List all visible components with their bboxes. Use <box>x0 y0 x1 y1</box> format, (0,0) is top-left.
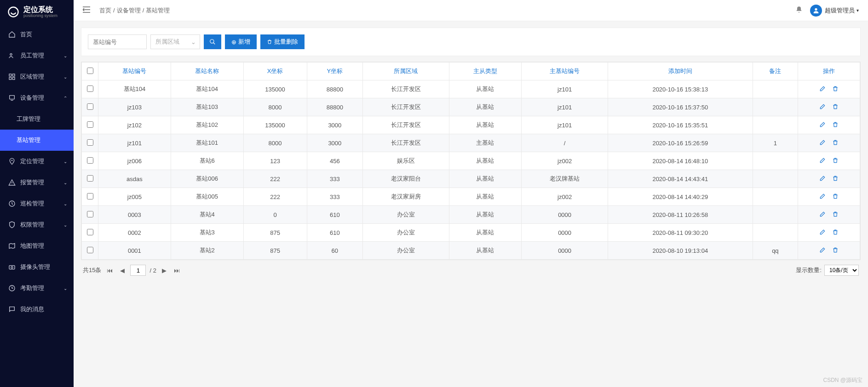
nav-item-摄像头管理[interactable]: 摄像头管理 <box>0 256 74 278</box>
row-checkbox[interactable] <box>87 121 93 128</box>
nav-label: 区域管理 <box>20 73 44 81</box>
nav-label: 巡检管理 <box>20 199 44 208</box>
page-input[interactable] <box>130 265 146 276</box>
brand-name: 定位系统 <box>23 6 57 13</box>
cell-remark: 1 <box>753 134 798 152</box>
delete-button[interactable] <box>832 211 839 219</box>
edit-button[interactable] <box>819 247 826 255</box>
breadcrumb-item[interactable]: 首页 <box>99 6 111 15</box>
area-select[interactable]: 所属区域 <box>150 34 200 49</box>
edit-button[interactable] <box>819 121 826 129</box>
search-button[interactable] <box>204 34 221 49</box>
trash-icon <box>832 85 839 92</box>
next-page-button[interactable]: ▶ <box>160 266 168 275</box>
col-header[interactable]: 主基站编号 <box>522 63 608 80</box>
col-header[interactable]: X坐标 <box>243 63 307 80</box>
nav-item-报警管理[interactable]: 报警管理⌄ <box>0 172 74 193</box>
search-input[interactable] <box>88 34 147 49</box>
nav-item-基站管理[interactable]: 基站管理 <box>0 130 74 151</box>
user-menu[interactable]: 超级管理员 ▾ <box>810 5 859 17</box>
nav-item-权限管理[interactable]: 权限管理⌄ <box>0 214 74 235</box>
cell-x: 135000 <box>243 116 307 134</box>
notifications-button[interactable] <box>795 6 803 15</box>
edit-button[interactable] <box>819 85 826 93</box>
svg-point-0 <box>9 7 18 17</box>
col-header[interactable]: 所属区域 <box>363 63 449 80</box>
nav-item-定位管理[interactable]: 定位管理⌄ <box>0 151 74 172</box>
edit-button[interactable] <box>819 175 826 183</box>
row-checkbox[interactable] <box>87 85 93 92</box>
nav-label: 报警管理 <box>20 178 44 187</box>
breadcrumb-item[interactable]: 设备管理 <box>117 6 141 15</box>
row-checkbox[interactable] <box>87 175 93 182</box>
add-button[interactable]: ⊕ 新增 <box>225 34 257 49</box>
edit-button[interactable] <box>819 211 826 219</box>
bell-icon <box>795 6 803 13</box>
nav-item-考勤管理[interactable]: 考勤管理⌄ <box>0 278 74 299</box>
col-header[interactable]: Y坐标 <box>307 63 363 80</box>
col-header[interactable]: 基站名称 <box>171 63 243 80</box>
edit-icon <box>819 157 826 164</box>
col-header[interactable]: 基站编号 <box>98 63 171 80</box>
cell-y: 3000 <box>307 116 363 134</box>
delete-button[interactable] <box>832 103 839 111</box>
edit-icon <box>819 85 826 92</box>
edit-button[interactable] <box>819 139 826 147</box>
cell-master: 0000 <box>522 242 608 260</box>
row-checkbox[interactable] <box>87 193 93 199</box>
delete-button[interactable] <box>832 175 839 183</box>
row-checkbox[interactable] <box>87 139 93 146</box>
cell-remark <box>753 188 798 206</box>
col-header[interactable]: 操作 <box>798 63 860 80</box>
select-all-checkbox[interactable] <box>87 68 93 74</box>
svg-rect-2 <box>9 74 11 76</box>
col-header[interactable]: 添加时间 <box>608 63 753 80</box>
breadcrumb-sep: / <box>113 7 115 14</box>
batch-delete-button[interactable]: 批量删除 <box>260 34 305 49</box>
edit-button[interactable] <box>819 229 826 237</box>
delete-button[interactable] <box>832 193 839 201</box>
trash-icon <box>832 175 839 182</box>
delete-button[interactable] <box>832 85 839 93</box>
row-checkbox[interactable] <box>87 229 93 235</box>
nav-item-员工管理[interactable]: 员工管理⌄ <box>0 45 74 66</box>
nav-item-我的消息[interactable]: 我的消息 <box>0 299 74 320</box>
row-checkbox[interactable] <box>87 103 93 110</box>
breadcrumb-item[interactable]: 基站管理 <box>146 6 170 15</box>
first-page-button[interactable]: ⏮ <box>105 266 115 275</box>
edit-button[interactable] <box>819 193 826 201</box>
edit-button[interactable] <box>819 103 826 111</box>
delete-button[interactable] <box>832 157 839 165</box>
nav-item-巡检管理[interactable]: 巡检管理⌄ <box>0 193 74 214</box>
delete-button[interactable] <box>832 247 839 255</box>
cell-area: 长江开发区 <box>363 116 449 134</box>
pin-icon <box>8 158 16 165</box>
last-page-button[interactable]: ⏭ <box>172 266 182 275</box>
nav-item-设备管理[interactable]: 设备管理⌃ <box>0 87 74 108</box>
cell-name: 基站101 <box>171 134 243 152</box>
row-checkbox[interactable] <box>87 247 93 253</box>
delete-button[interactable] <box>832 121 839 129</box>
row-checkbox[interactable] <box>87 211 93 217</box>
nav-item-区域管理[interactable]: 区域管理⌄ <box>0 66 74 87</box>
nav-item-地图管理[interactable]: 地图管理 <box>0 235 74 256</box>
delete-button[interactable] <box>832 229 839 237</box>
edit-button[interactable] <box>819 157 826 165</box>
col-header[interactable]: 备注 <box>753 63 798 80</box>
delete-button[interactable] <box>832 139 839 147</box>
edit-icon <box>819 229 826 235</box>
cell-name: 基站102 <box>171 116 243 134</box>
svg-point-11 <box>11 267 13 268</box>
edit-icon <box>819 193 826 199</box>
nav-item-首页[interactable]: 首页 <box>0 24 74 45</box>
row-checkbox[interactable] <box>87 157 93 164</box>
col-header[interactable]: 主从类型 <box>449 63 522 80</box>
nav-item-工牌管理[interactable]: 工牌管理 <box>0 108 74 130</box>
edit-icon <box>819 175 826 182</box>
users-icon <box>8 52 16 59</box>
prev-page-button[interactable]: ◀ <box>118 266 126 275</box>
collapse-sidebar-button[interactable] <box>83 6 90 15</box>
page-size-select[interactable]: 10条/页 <box>824 265 859 276</box>
trash-icon <box>832 211 839 217</box>
cell-remark <box>753 170 798 188</box>
